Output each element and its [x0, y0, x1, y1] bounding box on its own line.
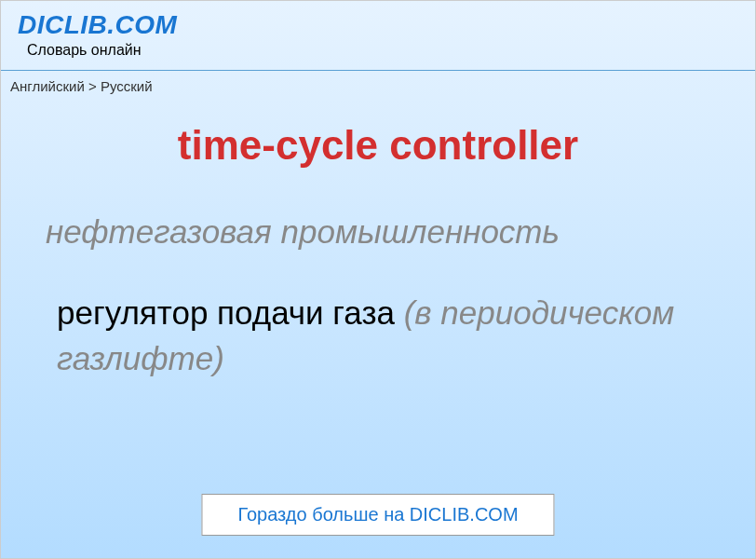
cta-box[interactable]: Гораздо больше на DICLIB.COM	[201, 494, 554, 536]
definition-main: регулятор подачи газа	[57, 294, 395, 331]
breadcrumb-separator: >	[88, 78, 97, 94]
category-label: нефтегазовая промышленность	[1, 213, 755, 251]
cta-text: Гораздо больше на DICLIB.COM	[237, 504, 518, 525]
breadcrumb: Английский > Русский	[1, 78, 755, 94]
subtitle: Словарь онлайн	[27, 42, 738, 59]
definition-block: регулятор подачи газа (в периодическом г…	[1, 290, 755, 381]
breadcrumb-from[interactable]: Английский	[10, 78, 85, 94]
divider	[1, 70, 755, 71]
breadcrumb-to[interactable]: Русский	[101, 78, 153, 94]
site-name[interactable]: DICLIB.COM	[18, 10, 738, 40]
main-term: time-cycle controller	[1, 122, 755, 169]
header: DICLIB.COM Словарь онлайн	[1, 1, 755, 62]
